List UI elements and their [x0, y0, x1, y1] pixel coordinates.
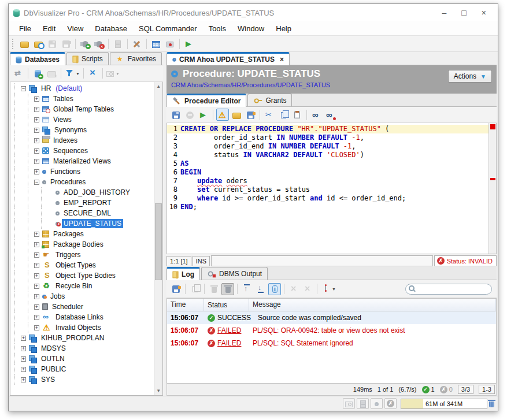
- disconnect-button[interactable]: [92, 38, 105, 50]
- code-line-2[interactable]: 2 order_id_start IN NUMBER DEFAULT -1,: [167, 133, 489, 142]
- close-button[interactable]: ×: [482, 8, 486, 17]
- tree-expander-icon[interactable]: +: [34, 117, 39, 122]
- tree-item-label[interactable]: KIHUB_PRODPLAN: [39, 333, 106, 343]
- scroll-down-icon[interactable]: ▼: [156, 386, 161, 395]
- refresh-objects-button[interactable]: [12, 68, 25, 80]
- save-to-file-button[interactable]: [244, 109, 257, 121]
- tree-expander-icon[interactable]: +: [34, 148, 39, 154]
- tree-item-label[interactable]: Materialized Views: [51, 157, 113, 166]
- tab-crm-ahoa-update-status[interactable]: CRM Ahoa UPDATE_STATUS ×: [166, 52, 290, 65]
- tree-item-views[interactable]: +Views: [10, 114, 154, 125]
- connect-button[interactable]: [79, 38, 91, 50]
- error-stripe[interactable]: [489, 123, 496, 254]
- title-bar[interactable]: DbVisualizer Pro - CRM Ahoa/Schemas/HR/P…: [9, 4, 498, 21]
- tree-expander-icon[interactable]: +: [21, 336, 26, 341]
- tree-expander-icon[interactable]: +: [34, 304, 39, 310]
- tree-item-label[interactable]: PUBLIC: [39, 365, 68, 374]
- log-row[interactable]: 15:06:07✗FAILEDPL/SQL: ORA-00942: table …: [167, 324, 496, 337]
- tree-item-kihub-prodplan[interactable]: +KIHUB_PRODPLAN: [10, 333, 154, 343]
- tree-expander-icon[interactable]: +: [34, 242, 39, 247]
- show-errors-button[interactable]: [216, 109, 229, 121]
- paste-button[interactable]: [291, 109, 304, 121]
- menu-help[interactable]: Help: [270, 23, 297, 35]
- tree-item-label[interactable]: EMP_REPORT: [62, 198, 113, 207]
- tree-expander-icon[interactable]: +: [34, 138, 39, 143]
- tree-item-label[interactable]: Functions: [49, 167, 82, 176]
- tree-item-sequences[interactable]: +Sequences: [10, 146, 154, 156]
- tree-item-label[interactable]: Sequences: [51, 146, 90, 155]
- tree-expander-icon[interactable]: +: [34, 284, 39, 289]
- code-line-7[interactable]: 7 update oders: [167, 177, 489, 185]
- tree-item-update-status[interactable]: UPDATE_STATUS: [10, 218, 154, 229]
- load-from-file-button[interactable]: [230, 109, 243, 121]
- error-stops-button[interactable]: ▼: [320, 283, 336, 295]
- tree-item-label[interactable]: Views: [51, 115, 73, 124]
- menu-edit[interactable]: Edit: [37, 23, 61, 35]
- tree-item-tables[interactable]: +Tables: [10, 94, 154, 104]
- object-tree[interactable]: −HR(Default)+Tables+Global Temp Tables+V…: [10, 82, 163, 396]
- tree-item-sys[interactable]: +SYS: [10, 374, 154, 385]
- open-connection-button[interactable]: [32, 38, 45, 50]
- maximize-button[interactable]: □: [461, 8, 466, 17]
- scroll-to-bottom-button[interactable]: [254, 283, 267, 295]
- tree-item-procedures[interactable]: −Procedures: [10, 177, 154, 187]
- tree-item-label[interactable]: ADD_JOB_HISTORY: [62, 188, 132, 197]
- tree-item-label[interactable]: UPDATE_STATUS: [62, 219, 123, 228]
- create-connection-button[interactable]: [31, 68, 44, 80]
- tree-item-label[interactable]: SYS: [39, 375, 57, 384]
- tree-expander-icon[interactable]: +: [21, 356, 26, 362]
- log-row[interactable]: 15:06:07✗FAILEDPL/SQL: SQL Statement ign…: [167, 337, 496, 350]
- tree-item-label[interactable]: Procedures: [49, 177, 87, 187]
- tree-item-label[interactable]: Object Types: [54, 261, 98, 270]
- tree-item-label[interactable]: HR: [39, 84, 53, 93]
- tab-grants[interactable]: Grants: [247, 94, 292, 106]
- tree-expander-icon[interactable]: +: [34, 315, 39, 320]
- tree-item-jobs[interactable]: +Jobs: [10, 291, 154, 302]
- tree-item-label[interactable]: Global Temp Tables: [51, 105, 116, 114]
- execute-button[interactable]: [197, 109, 210, 121]
- menu-window[interactable]: Window: [232, 23, 270, 35]
- tree-item-label[interactable]: Database Links: [54, 313, 105, 322]
- tree-item-label[interactable]: Synonyms: [53, 125, 88, 135]
- filter-button[interactable]: ▼: [64, 68, 80, 80]
- log-row[interactable]: 15:06:07✓SUCCESSSource code was compiled…: [167, 311, 496, 324]
- tree-item-object-type-bodies[interactable]: +Object Type Bodies: [10, 270, 154, 281]
- error-marker[interactable]: [490, 178, 495, 180]
- tree-expander-icon[interactable]: +: [34, 159, 39, 164]
- tree-item-indexes[interactable]: +Indexes: [10, 135, 154, 146]
- code-line-3[interactable]: 3 order_id_end IN NUMBER DEFAULT -1,: [167, 142, 489, 151]
- tree-item-global-temp-tables[interactable]: +Global Temp Tables: [10, 104, 154, 114]
- tree-item-label[interactable]: Packages: [51, 229, 86, 239]
- tree-item-object-types[interactable]: +Object Types: [10, 260, 154, 270]
- tree-item-database-links[interactable]: +Database Links: [10, 312, 154, 322]
- monitor-button[interactable]: [164, 38, 176, 50]
- tree-item-add-job-history[interactable]: ADD_JOB_HISTORY: [10, 187, 154, 198]
- tree-expander-icon[interactable]: −: [21, 86, 26, 91]
- menu-sql-commander[interactable]: SQL Commander: [133, 23, 203, 35]
- tool-properties-button[interactable]: [131, 38, 143, 50]
- tree-item-secure-dml[interactable]: SECURE_DML: [10, 208, 154, 218]
- tree-item-materialized-views[interactable]: +Materialized Views: [10, 156, 154, 166]
- export-log-button[interactable]: [169, 283, 182, 295]
- tree-item-emp-report[interactable]: EMP_REPORT: [10, 198, 154, 208]
- code-line-10[interactable]: 10END;: [167, 203, 489, 211]
- code-line-1[interactable]: 1CREATE OR REPLACE PROCEDURE "HR"."UPDAT…: [167, 125, 489, 133]
- find-button[interactable]: [310, 109, 323, 121]
- tree-item-packages[interactable]: +Packages: [10, 229, 154, 239]
- tree-item-package-bodies[interactable]: +Package Bodies: [10, 239, 154, 250]
- code-editor[interactable]: 1CREATE OR REPLACE PROCEDURE "HR"."UPDAT…: [166, 123, 497, 254]
- code-line-5[interactable]: 5AS: [167, 159, 489, 168]
- tree-scrollbar[interactable]: ▲ ▼: [154, 82, 162, 395]
- tab-dbms-output[interactable]: DBMS Output: [201, 267, 268, 280]
- open-file-button[interactable]: [18, 38, 31, 50]
- code-line-9[interactable]: 9 where id >= order_id_start and id <= o…: [167, 194, 489, 203]
- tree-item-outln[interactable]: +OUTLN: [10, 354, 154, 364]
- menu-file[interactable]: File: [13, 23, 37, 35]
- show-info-button[interactable]: [268, 283, 281, 295]
- garbage-collect-icon[interactable]: [489, 402, 494, 407]
- menu-tools[interactable]: Tools: [203, 23, 232, 35]
- tree-expander-icon[interactable]: +: [21, 346, 26, 351]
- tab-databases[interactable]: Databases: [10, 52, 65, 65]
- tree-item-functions[interactable]: +Functions: [10, 166, 154, 177]
- tree-expander-icon[interactable]: +: [34, 273, 39, 278]
